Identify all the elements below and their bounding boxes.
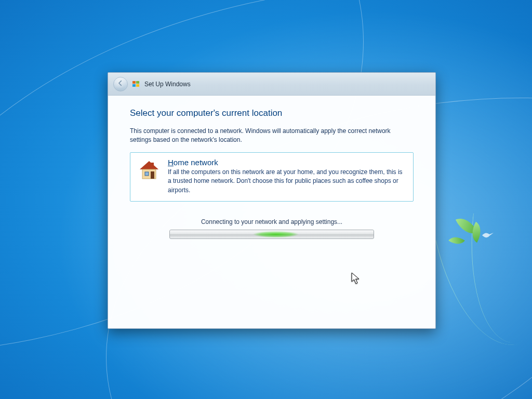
option-description: If all the computers on this network are…: [168, 168, 406, 195]
windows-flag-icon: [132, 80, 140, 88]
progress-bar: [169, 230, 374, 239]
svg-rect-3: [136, 84, 139, 87]
setup-dialog: Set Up Windows Select your computer's cu…: [108, 72, 436, 329]
dialog-titlebar: Set Up Windows: [108, 73, 435, 96]
svg-rect-7: [151, 171, 154, 179]
option-text: Home network If all the computers on thi…: [168, 158, 406, 195]
house-icon: [138, 158, 161, 195]
progress-area: Connecting to your network and applying …: [130, 218, 414, 239]
page-description: This computer is connected to a network.…: [130, 127, 414, 145]
dialog-content: Select your computer's current location …: [108, 96, 435, 239]
back-arrow-icon: [117, 79, 124, 89]
desktop-background: Set Up Windows Select your computer's cu…: [0, 0, 532, 399]
progress-label: Connecting to your network and applying …: [130, 218, 414, 225]
svg-rect-8: [151, 163, 154, 167]
svg-rect-0: [132, 81, 136, 84]
page-title: Select your computer's current location: [130, 108, 414, 118]
home-network-option[interactable]: Home network If all the computers on thi…: [130, 152, 414, 202]
option-title: Home network: [168, 158, 406, 167]
svg-marker-4: [140, 161, 158, 169]
svg-rect-6: [145, 172, 149, 176]
progress-pulse: [247, 230, 304, 238]
svg-rect-1: [136, 81, 139, 84]
back-button[interactable]: [113, 77, 128, 91]
dialog-title: Set Up Windows: [144, 81, 191, 88]
svg-rect-2: [132, 84, 136, 87]
